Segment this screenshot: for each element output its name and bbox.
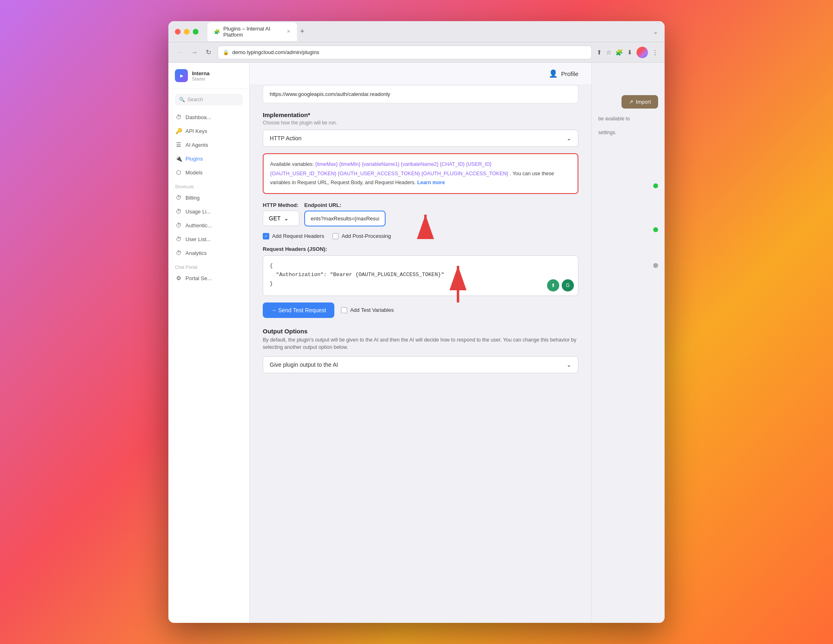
download-button[interactable]: ⬇ — [627, 49, 632, 56]
add-processing-checkbox[interactable]: Add Post-Processing — [332, 233, 391, 239]
var-timemin: {timeMin} — [339, 161, 360, 167]
sidebar-item-label: Authentic... — [185, 222, 212, 228]
share-button[interactable]: ⬆ — [597, 49, 602, 56]
auth-icon: ⏱ — [175, 222, 182, 228]
main-area: ▸ Interna Starter 🔍 Search ⏱ Dashboa... … — [168, 63, 665, 623]
var-oauth-plugin: {OAUTH_PLUGIN_ACCESS_TOKEN} — [421, 171, 508, 176]
bookmark-button[interactable]: ☆ — [606, 49, 611, 56]
active-tab[interactable]: 🧩 Plugins – Internal AI Platform ✕ — [207, 22, 297, 41]
send-test-button[interactable]: → Send Test Request — [263, 302, 334, 318]
more-options-button[interactable]: ⋮ — [652, 49, 658, 56]
http-row: HTTP Method: GET ⌄ Endpoint URL: — [263, 202, 578, 226]
sidebar-item-label: Portal Se... — [185, 275, 212, 281]
var-oauth-access: {OAUTH_USER_ACCESS_TOKEN} — [338, 171, 420, 176]
right-panel: ↗ Import be available to settings. — [591, 63, 665, 623]
brand-name: Interna — [192, 70, 209, 76]
import-label: Import — [636, 99, 651, 105]
sidebar-item-models[interactable]: ⬡ Models — [168, 165, 249, 179]
add-headers-label: Add Request Headers — [272, 233, 324, 239]
brand-sub: Starter — [192, 76, 209, 81]
endpoint-group: Endpoint URL: — [304, 202, 578, 226]
sidebar-item-label: Billing — [185, 195, 200, 201]
variables-box: Available variables: {timeMax} {timeMin}… — [263, 153, 578, 194]
sidebar-item-user-list[interactable]: ⏱ User List... — [168, 232, 249, 246]
search-icon: 🔍 — [179, 97, 185, 102]
var-timemax: {timeMax} — [315, 161, 338, 167]
sidebar-item-plugins[interactable]: 🔌 Plugins — [168, 152, 249, 165]
profile-user-icon: 👤 — [549, 69, 558, 78]
address-bar[interactable]: 🔒 demo.typingcloud.com/admin/plugins — [218, 46, 592, 59]
output-title: Output Options — [263, 328, 578, 335]
panel-text-2: settings. — [598, 129, 658, 136]
status-dot-3 — [653, 263, 658, 268]
add-test-vars-checkbox[interactable]: Add Test Variables — [341, 307, 394, 313]
traffic-lights — [175, 29, 198, 35]
search-placeholder: Search — [188, 97, 203, 102]
grammarly-icon-2[interactable]: G — [562, 279, 574, 292]
sidebar-brand: ▸ Interna Starter — [168, 69, 249, 89]
add-headers-checkbox[interactable]: ✓ Add Request Headers — [263, 233, 324, 239]
sidebar-item-auth[interactable]: ⏱ Authentic... — [168, 218, 249, 232]
sidebar-item-portal-settings[interactable]: ⚙ Portal Se... — [168, 271, 249, 285]
address-text: demo.typingcloud.com/admin/plugins — [232, 49, 319, 55]
plugins-icon: 🔌 — [175, 155, 182, 162]
var-chatid: {CHAT_ID} — [440, 161, 464, 167]
tab-close-icon[interactable]: ✕ — [287, 29, 290, 34]
sidebar-item-label: API Keys — [185, 128, 207, 134]
code-line-3: } — [270, 279, 571, 288]
url-value: https://www.googleapis.com/auth/calendar… — [270, 91, 390, 97]
implementation-dropdown[interactable]: HTTP Action ⌄ — [263, 130, 578, 147]
code-box-icons: ⬆ G — [547, 279, 574, 292]
sidebar-item-ai-agents[interactable]: ☰ AI Agents — [168, 138, 249, 152]
endpoint-input[interactable] — [304, 211, 386, 226]
grammarly-icon-1[interactable]: ⬆ — [547, 279, 559, 292]
brand-logo: ▸ — [175, 69, 188, 82]
tab-title: Plugins – Internal AI Platform — [223, 26, 283, 38]
user-avatar-button[interactable] — [637, 47, 648, 58]
output-description: By default, the plugin's output will be … — [263, 336, 578, 352]
request-headers-box[interactable]: { "Authorization": "Bearer {OAUTH_PLUGIN… — [263, 255, 578, 296]
var-userid: {USER_ID} — [466, 161, 492, 167]
test-row: → Send Test Request Add Test Variables — [263, 302, 578, 318]
sidebar-item-billing[interactable]: ⏱ Billing — [168, 191, 249, 205]
add-processing-label: Add Post-Processing — [342, 233, 391, 239]
refresh-button[interactable]: ↻ — [204, 47, 213, 58]
sidebar-item-usage[interactable]: ⏱ Usage Li... — [168, 205, 249, 218]
output-dropdown-icon: ⌄ — [567, 361, 571, 368]
tabs-dropdown-icon[interactable]: ⌄ — [653, 28, 658, 35]
back-button[interactable]: ← — [175, 47, 185, 58]
extensions-button[interactable]: 🧩 — [615, 49, 623, 56]
sidebar-item-analytics[interactable]: ⏱ Analytics — [168, 246, 249, 260]
code-line-2: "Authorization": "Bearer {OAUTH_PLUGIN_A… — [270, 270, 571, 279]
sidebar-item-label: Analytics — [185, 250, 207, 256]
chat-portal-label: Chat Portal — [168, 260, 249, 271]
output-dropdown[interactable]: Give plugin output to the AI ⌄ — [263, 356, 578, 373]
endpoint-label: Endpoint URL: — [304, 202, 578, 208]
sidebar-item-label: Models — [185, 170, 203, 176]
method-select[interactable]: GET ⌄ — [263, 211, 299, 226]
new-tab-button[interactable]: + — [300, 27, 305, 36]
learn-more-link[interactable]: Learn more — [417, 180, 445, 185]
sidebar-item-api-keys[interactable]: 🔑 API Keys — [168, 124, 249, 138]
forward-button[interactable]: → — [190, 47, 199, 58]
method-dropdown-icon: ⌄ — [284, 215, 289, 222]
address-security-icon: 🔒 — [223, 50, 229, 55]
minimize-button[interactable] — [184, 29, 190, 35]
tabs-area: 🧩 Plugins – Internal AI Platform ✕ + ⌄ — [207, 22, 658, 41]
sidebar-item-label: Dashboa... — [185, 114, 211, 120]
import-button[interactable]: ↗ Import — [621, 95, 658, 109]
main-scroll-content: 👤 Profile https://www.googleapis.com/aut… — [250, 63, 591, 623]
sidebar-item-dashboard[interactable]: ⏱ Dashboa... — [168, 110, 249, 124]
billing-icon: ⏱ — [175, 194, 182, 201]
maximize-button[interactable] — [193, 29, 198, 35]
url-display-box: https://www.googleapis.com/auth/calendar… — [263, 85, 578, 103]
code-line-1: { — [270, 261, 571, 270]
search-box[interactable]: 🔍 Search — [175, 94, 243, 105]
close-button[interactable] — [175, 29, 181, 35]
tab-favicon-icon: 🧩 — [214, 29, 220, 35]
add-test-vars-cb-icon — [341, 307, 347, 313]
output-value: Give plugin output to the AI — [270, 361, 338, 368]
import-icon: ↗ — [629, 99, 633, 105]
sidebar-item-label: Plugins — [185, 156, 203, 162]
profile-button[interactable]: 👤 Profile — [549, 69, 578, 78]
